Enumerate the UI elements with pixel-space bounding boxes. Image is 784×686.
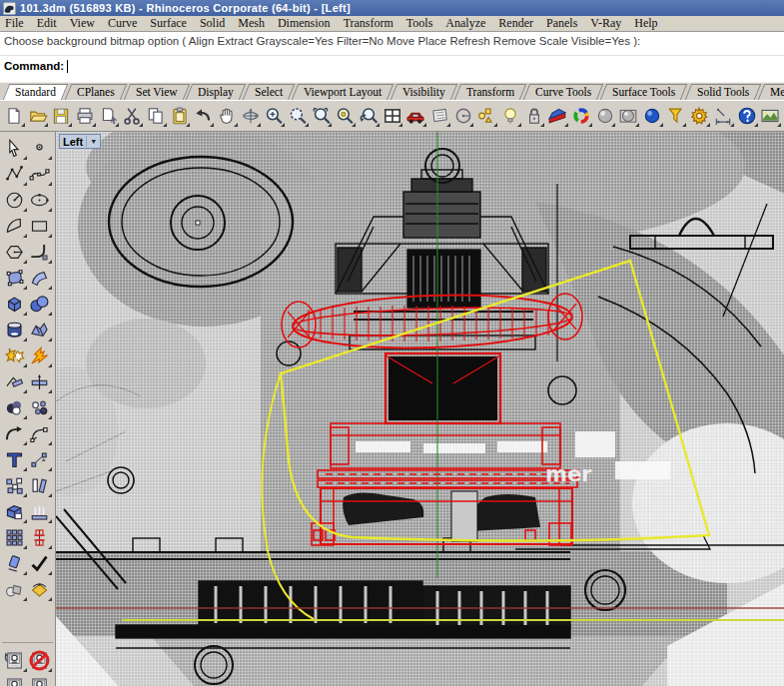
zoom-selected-icon[interactable] (334, 105, 356, 127)
paste-icon[interactable] (169, 105, 191, 127)
background-bitmap-grayscale-icon[interactable] (3, 674, 27, 686)
tab-display[interactable]: Display (186, 84, 246, 100)
fillet-corner-icon[interactable] (28, 421, 52, 445)
viewport-layout-icon[interactable] (382, 105, 403, 127)
tab-cplanes[interactable]: CPlanes (65, 84, 127, 100)
light-bulb-icon[interactable] (499, 105, 521, 127)
tab-standard[interactable]: Standard (3, 84, 68, 100)
menu-mesh[interactable]: Mesh (238, 16, 265, 31)
zoom-back-icon[interactable] (358, 105, 380, 127)
tab-curve-tools[interactable]: Curve Tools (523, 84, 604, 100)
lock-icon[interactable] (523, 105, 545, 127)
move-control-points-icon[interactable] (28, 447, 52, 471)
dimension-lines-icon[interactable] (712, 105, 734, 127)
render-sphere-icon[interactable] (594, 105, 616, 127)
curve-control-points-icon[interactable] (28, 162, 52, 186)
menu-analyze[interactable]: Analyze (445, 16, 485, 31)
render-window-sphere-icon[interactable] (617, 105, 639, 127)
gear-options-icon[interactable] (688, 105, 710, 127)
ellipse-icon[interactable] (28, 188, 52, 212)
freeform-surface-icon[interactable] (28, 318, 52, 342)
named-view-car-icon[interactable] (404, 105, 426, 127)
funnel-icon[interactable] (665, 105, 687, 127)
solid-spheres-icon[interactable] (28, 292, 52, 316)
cplane-circle-icon[interactable] (452, 105, 474, 127)
trim-icon[interactable] (3, 369, 27, 393)
tab-set-view[interactable]: Set View (123, 84, 189, 100)
gray-primitives-icon[interactable] (3, 577, 27, 601)
surface-patch-icon[interactable] (28, 266, 52, 290)
copy-icon[interactable] (145, 105, 167, 127)
select-arrow-icon[interactable] (3, 136, 27, 160)
tab-mesh-tools[interactable]: Mesh Tools (758, 84, 784, 100)
plan-drawing-icon[interactable] (428, 105, 450, 127)
color-wheel-icon[interactable] (570, 105, 592, 127)
curve-blend-corner-icon[interactable] (28, 240, 52, 264)
zoom-extents-icon[interactable] (311, 105, 333, 127)
join-icon[interactable] (3, 395, 27, 419)
viewport-title[interactable]: Left ▼ (59, 134, 101, 149)
copy-to-clipboard-icon[interactable] (98, 105, 120, 127)
menu-panels[interactable]: Panels (546, 16, 577, 31)
fillet-curve-icon[interactable] (3, 421, 27, 445)
menu-solid[interactable]: Solid (200, 16, 225, 31)
circle-icon[interactable] (3, 188, 27, 212)
solid-edit-box-icon[interactable] (3, 499, 27, 523)
menu-transform[interactable]: Transform (344, 16, 393, 31)
menu-view[interactable]: View (70, 16, 95, 31)
curve-polyline-icon[interactable] (3, 162, 27, 186)
undo-icon[interactable] (192, 105, 214, 127)
open-file-icon[interactable] (27, 105, 49, 127)
extrude-hatch-icon[interactable] (28, 499, 52, 523)
background-bitmap-show-icon[interactable] (28, 674, 52, 686)
group-icon[interactable] (28, 395, 52, 419)
print-icon[interactable] (74, 105, 96, 127)
diamond-eye-icon[interactable] (28, 577, 52, 601)
block-insert-icon[interactable] (3, 473, 27, 497)
solid-box-icon[interactable] (3, 292, 27, 316)
tab-select[interactable]: Select (243, 84, 296, 100)
solid-cylinder-icon[interactable] (3, 318, 27, 342)
background-bitmap-place-icon[interactable] (3, 648, 27, 672)
image-frame-icon[interactable] (760, 105, 782, 127)
help-icon[interactable] (736, 105, 758, 127)
menu-surface[interactable]: Surface (150, 16, 187, 31)
background-bitmap-remove-icon[interactable] (28, 648, 52, 672)
explode-icon[interactable] (28, 343, 52, 367)
command-input-line[interactable]: Command: (0, 55, 784, 82)
cut-icon[interactable] (121, 105, 143, 127)
tab-visibility[interactable]: Visibility (391, 84, 457, 100)
viewport-dropdown-icon[interactable]: ▼ (90, 138, 97, 145)
single-point-icon[interactable] (28, 136, 52, 160)
text-icon[interactable] (3, 447, 27, 471)
tab-surface-tools[interactable]: Surface Tools (600, 84, 688, 100)
split-icon[interactable] (28, 369, 52, 393)
tab-viewport-layout[interactable]: Viewport Layout (292, 84, 394, 100)
boolean-union-icon[interactable] (3, 343, 27, 367)
new-file-icon[interactable] (3, 105, 25, 127)
polygon-icon[interactable] (3, 240, 27, 264)
save-file-icon[interactable] (50, 105, 72, 127)
zoom-in-icon[interactable] (263, 105, 285, 127)
menu-tools[interactable]: Tools (406, 16, 433, 31)
osnap-shapes-icon[interactable] (475, 105, 497, 127)
menu-dimension[interactable]: Dimension (278, 16, 331, 31)
selection-check-icon[interactable] (28, 551, 52, 575)
dimension-red-icon[interactable] (28, 525, 52, 549)
rotate-view-icon[interactable] (240, 105, 262, 127)
visual-style-icon[interactable] (546, 105, 568, 127)
tab-solid-tools[interactable]: Solid Tools (684, 84, 761, 100)
menu-help[interactable]: Help (634, 16, 657, 31)
arc-icon[interactable] (3, 214, 27, 238)
array-grid-icon[interactable] (3, 525, 27, 549)
zoom-window-icon[interactable] (287, 105, 309, 127)
viewport-canvas[interactable]: Left ▼ (56, 132, 784, 686)
shaded-sphere-icon[interactable] (641, 105, 663, 127)
eraser-delete-icon[interactable] (3, 551, 27, 575)
distribute-objects-icon[interactable] (28, 473, 52, 497)
tab-transform[interactable]: Transform (454, 84, 527, 100)
menu-file[interactable]: File (5, 16, 24, 31)
menu-curve[interactable]: Curve (108, 16, 137, 31)
menu-edit[interactable]: Edit (37, 16, 57, 31)
menu-render[interactable]: Render (498, 16, 533, 31)
